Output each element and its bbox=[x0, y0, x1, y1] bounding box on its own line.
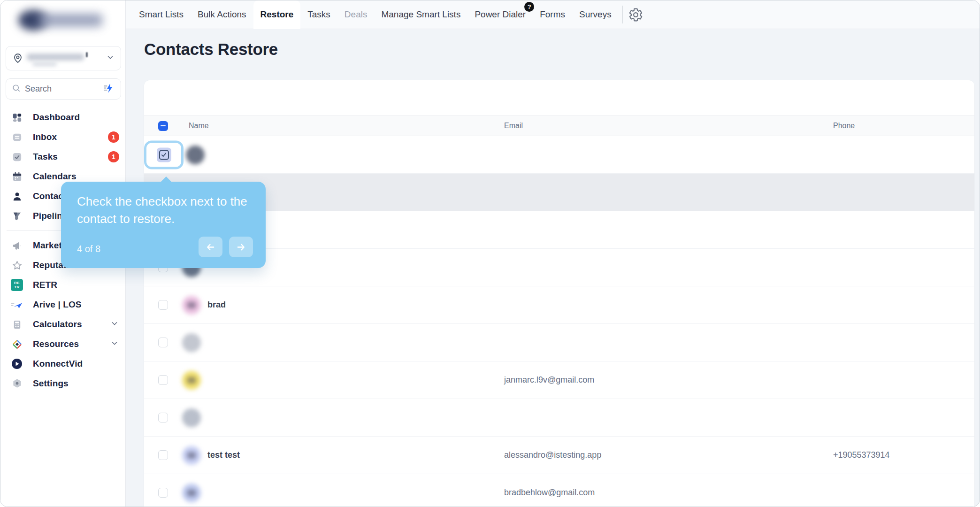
location-selector[interactable] bbox=[6, 46, 121, 70]
row-checkbox[interactable] bbox=[158, 450, 168, 460]
sidebar-item-arive-los[interactable]: Arive | LOS bbox=[0, 295, 126, 315]
sidebar-item-konnectvid[interactable]: KonnectVid bbox=[0, 354, 126, 374]
table-header: Name Email Phone bbox=[144, 115, 974, 136]
avatar bbox=[182, 446, 201, 465]
search-input[interactable]: Search bbox=[6, 78, 121, 100]
calculator-icon bbox=[11, 318, 23, 330]
table-row[interactable] bbox=[144, 324, 974, 361]
row-checkbox[interactable] bbox=[158, 300, 168, 310]
column-header-email: Email bbox=[504, 122, 831, 130]
search-placeholder: Search bbox=[25, 84, 98, 94]
megaphone-icon bbox=[11, 239, 23, 252]
tour-step-counter: 4 of 8 bbox=[77, 244, 100, 254]
tab-deals[interactable]: Deals bbox=[337, 0, 375, 29]
column-header-phone: Phone bbox=[831, 122, 974, 130]
settings-gear-icon[interactable] bbox=[628, 8, 643, 22]
tasks-count-badge: 1 bbox=[108, 151, 119, 162]
location-subtext-blurred bbox=[32, 62, 57, 66]
app-window: Search Dashboard Inbox 1 bbox=[0, 0, 980, 507]
inbox-count-badge: 1 bbox=[108, 131, 119, 143]
sidebar-item-tasks[interactable]: Tasks 1 bbox=[0, 147, 126, 167]
tooltip-text: Check the checkbox next to the contact t… bbox=[77, 193, 254, 228]
table-row[interactable]: janmarc.l9v@gmail.com bbox=[144, 361, 974, 399]
tour-next-button[interactable] bbox=[229, 237, 253, 257]
avatar bbox=[182, 333, 201, 352]
dashboard-icon bbox=[11, 111, 23, 123]
table-row[interactable]: test test alessandro@istesting.app +1905… bbox=[144, 437, 974, 474]
location-name-blurred bbox=[27, 54, 84, 61]
table-row[interactable]: brad bbox=[144, 286, 974, 324]
avatar bbox=[186, 146, 205, 164]
checkbox-focus-halo bbox=[157, 147, 171, 162]
settings-icon bbox=[11, 377, 23, 390]
tab-restore[interactable]: Restore bbox=[253, 0, 301, 29]
page-title: Contacts Restore bbox=[144, 40, 278, 59]
row-checkbox[interactable] bbox=[158, 488, 168, 498]
contacts-tab-bar: Smart Lists Bulk Actions Restore Tasks D… bbox=[126, 0, 980, 29]
tab-surveys[interactable]: Surveys bbox=[572, 0, 619, 29]
sidebar-item-settings[interactable]: Settings bbox=[0, 374, 126, 393]
table-row[interactable] bbox=[144, 211, 974, 249]
tab-tasks[interactable]: Tasks bbox=[300, 0, 337, 29]
indeterminate-minus-icon bbox=[161, 125, 166, 127]
table-row[interactable]: bradbehlow@gmail.com bbox=[144, 474, 974, 507]
tab-smart-lists[interactable]: Smart Lists bbox=[132, 0, 191, 29]
retr-logo: RE TR bbox=[11, 279, 23, 291]
tour-prev-button[interactable] bbox=[199, 237, 222, 257]
location-name-blurred bbox=[86, 52, 88, 57]
row-checkbox[interactable] bbox=[158, 338, 168, 347]
table-row[interactable] bbox=[144, 136, 974, 174]
resources-icon bbox=[11, 338, 23, 350]
arive-arrow-icon bbox=[11, 299, 23, 311]
avatar bbox=[182, 371, 201, 390]
table-row[interactable] bbox=[144, 174, 974, 211]
sidebar-item-inbox[interactable]: Inbox 1 bbox=[0, 127, 126, 147]
logo-blurred bbox=[39, 14, 102, 27]
avatar bbox=[182, 484, 201, 502]
tab-forms[interactable]: Forms bbox=[533, 0, 572, 29]
sidebar-item-retr[interactable]: RE TR RETR bbox=[0, 275, 126, 295]
calendar-icon bbox=[11, 170, 23, 183]
star-icon bbox=[11, 259, 23, 271]
search-icon bbox=[12, 84, 21, 94]
company-logo bbox=[15, 7, 111, 33]
tour-tooltip: Check the checkbox next to the contact t… bbox=[61, 182, 266, 268]
tasks-icon bbox=[11, 151, 23, 163]
column-header-name: Name bbox=[177, 122, 504, 130]
avatar bbox=[182, 296, 201, 315]
tab-manage-smart-lists[interactable]: Manage Smart Lists bbox=[374, 0, 467, 29]
quick-actions-bolt-icon[interactable] bbox=[102, 82, 115, 96]
tab-bar-divider bbox=[622, 6, 623, 23]
chevron-down-icon bbox=[106, 53, 115, 64]
chevron-down-icon bbox=[110, 338, 119, 350]
contacts-icon bbox=[11, 190, 23, 202]
sidebar-item-calculators[interactable]: Calculators bbox=[0, 315, 126, 334]
row-checkbox[interactable] bbox=[158, 413, 168, 422]
sidebar-item-resources[interactable]: Resources bbox=[0, 334, 126, 354]
row-checkbox-checked[interactable] bbox=[159, 150, 169, 160]
play-icon bbox=[11, 358, 23, 370]
tab-bulk-actions[interactable]: Bulk Actions bbox=[191, 0, 253, 29]
pipeline-funnel-icon bbox=[11, 210, 23, 222]
chevron-down-icon bbox=[110, 319, 119, 330]
select-all-checkbox[interactable] bbox=[158, 121, 168, 131]
table-row[interactable] bbox=[144, 399, 974, 437]
tab-power-dialer[interactable]: Power Dialer ? bbox=[467, 0, 533, 29]
avatar bbox=[182, 408, 201, 427]
map-pin-icon bbox=[12, 52, 24, 64]
sidebar-item-dashboard[interactable]: Dashboard bbox=[0, 108, 126, 127]
tooltip-caret-up bbox=[161, 177, 172, 182]
table-toolbar-empty bbox=[144, 80, 974, 115]
table-row[interactable] bbox=[144, 249, 974, 286]
contacts-restore-table-card: Name Email Phone bbox=[144, 80, 974, 507]
row-checkbox[interactable] bbox=[158, 375, 168, 385]
inbox-icon bbox=[11, 131, 23, 143]
tour-highlight-ring bbox=[144, 140, 184, 169]
